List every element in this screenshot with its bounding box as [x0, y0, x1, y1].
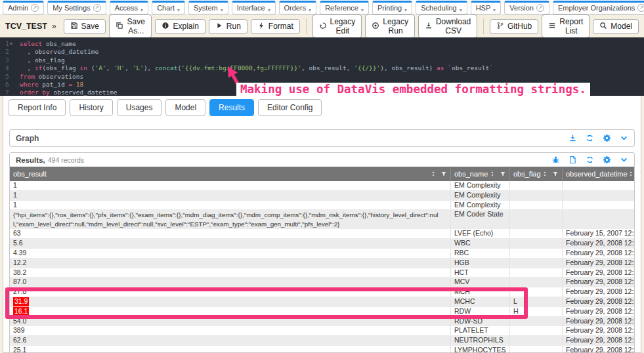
cell-obs-name: PLATELET [450, 326, 509, 335]
column-header-obs-result[interactable]: obs_result [10, 167, 450, 181]
code-line: 1 select obs_name [0, 40, 644, 48]
fold-caret-icon[interactable] [9, 43, 13, 45]
cell-observed-datetime: February 29, 2008 12:58 PM [562, 336, 634, 345]
cell-obs-flag [509, 249, 562, 258]
obs-result-value: 12.2 [13, 259, 26, 266]
sort-icon[interactable] [542, 171, 548, 177]
gear-icon[interactable] [603, 156, 611, 164]
column-header-obs-flag[interactable]: obs_flag [509, 167, 562, 181]
cell-obs-result: 1 [10, 201, 450, 210]
menu-tab-employer-organizations[interactable]: Employer Organizations ↗ [553, 1, 644, 14]
toolbar-button-model[interactable]: Model [593, 19, 639, 34]
menu-tab-label: System [194, 5, 218, 12]
results-record-count: 494 records [48, 156, 84, 164]
tab-report-info[interactable]: Report Info [9, 99, 66, 116]
menu-tab-scheduling[interactable]: Scheduling [416, 1, 467, 14]
obs-result-value: 1 [13, 191, 17, 199]
tab-results[interactable]: Results [209, 99, 254, 116]
menu-tab-my-settings[interactable]: My Settings ↗ [47, 1, 106, 14]
tab-editor-config[interactable]: Editor Config [258, 99, 322, 116]
line-number-gutter: 4 [0, 64, 20, 72]
line-number-gutter: 1 [0, 40, 20, 48]
toolbar-button-save[interactable]: Save [64, 19, 106, 34]
menu-tab-hsp[interactable]: HSP [471, 1, 502, 14]
table-row: 4.39 RBC February 29, 2008 12:58 PM [10, 249, 634, 259]
tab-usages[interactable]: Usages [117, 99, 162, 116]
toolbar-button-legacy-run[interactable]: Legacy Run [365, 14, 415, 38]
menu-tab-interface[interactable]: Interface [232, 1, 276, 14]
sort-icon[interactable] [628, 171, 634, 177]
tab-model[interactable]: Model [165, 99, 205, 116]
results-panel-icons [551, 156, 628, 164]
filter-icon[interactable] [440, 171, 447, 177]
obs-result-value: 27.8 [13, 287, 26, 295]
report-name-expander[interactable]: » [52, 22, 56, 31]
chevron-icon[interactable] [620, 156, 628, 164]
line-number: 6 [5, 81, 9, 88]
toolbar-button-legacy-edit[interactable]: Legacy Edit [312, 14, 362, 38]
menu-tab-label: Printing [377, 5, 402, 12]
bug-icon[interactable] [551, 156, 560, 164]
menu-tab-reference[interactable]: Reference [320, 1, 369, 14]
graph-panel-icons [569, 134, 628, 142]
cell-obs-result: 12.2 [10, 259, 450, 268]
toolbar-button-save-as[interactable]: Save As... [109, 14, 152, 38]
refresh-icon[interactable] [586, 156, 594, 164]
refresh-icon[interactable] [586, 134, 594, 142]
column-header-label: observed_datetime [566, 170, 628, 178]
history-icon [319, 22, 327, 31]
results-content: Graph Results, 494 records [3, 120, 641, 353]
filter-icon[interactable] [638, 171, 641, 177]
sort-icon[interactable] [489, 171, 496, 177]
filter-icon[interactable] [500, 171, 506, 177]
toolbar-button-github[interactable]: GitHub [490, 19, 538, 34]
cell-obs-result: 25.1 [10, 346, 450, 353]
graph-panel-title[interactable]: Graph [16, 134, 39, 143]
cell-observed-datetime [562, 201, 634, 210]
file-icon[interactable] [569, 156, 577, 164]
tab-history[interactable]: History [70, 99, 112, 116]
toolbar-button-report-list[interactable]: Report List [542, 14, 590, 38]
code-line: 4 , if(obs_flag in ('A', 'H', 'L'), conc… [0, 64, 644, 72]
toolbar-button-explain[interactable]: Explain [155, 19, 205, 34]
menu-tab-chart[interactable]: Chart [152, 1, 185, 14]
menu-tab-label: Scheduling [421, 5, 456, 12]
toolbar-button-format[interactable]: Format [251, 19, 300, 34]
line-number-gutter: 3 [0, 56, 20, 64]
cell-obs-flag [509, 326, 562, 335]
cell-obs-result: 389 [10, 326, 450, 335]
obs-result-value: 389 [13, 326, 25, 334]
copy-icon [116, 22, 123, 31]
line-number-gutter: 2 [0, 48, 20, 56]
menu-tab-access[interactable]: Access [110, 1, 148, 14]
dropdown-indicator-icon [493, 9, 496, 12]
cell-observed-datetime [562, 181, 634, 190]
cell-obs-name: EM Complexity [450, 191, 509, 200]
cell-obs-result: 1 [10, 191, 450, 200]
menu-tab-printing[interactable]: Printing [372, 1, 412, 14]
chevron-icon[interactable] [620, 134, 628, 142]
menu-tab-version[interactable]: Version ↗ [504, 1, 549, 14]
table-row: 31.9 MCHC L February 29, 2008 12:58 PM [10, 297, 634, 307]
cell-obs-flag [509, 210, 562, 228]
table-row: 62.6 NEUTROPHILS February 29, 2008 12:58… [10, 336, 634, 346]
download-icon[interactable] [569, 134, 577, 142]
results-panel-title[interactable]: Results, [16, 156, 45, 164]
cell-obs-name: HGB [450, 259, 509, 268]
gear-icon[interactable] [603, 134, 611, 142]
menu-tab-orders[interactable]: Orders [279, 1, 317, 14]
toolbar-button-label: Legacy Edit [330, 17, 356, 35]
dropdown-indicator-icon [268, 9, 270, 12]
column-header-observed-datetime[interactable]: observed_datetime [562, 167, 634, 181]
code-text: , obs_flag [20, 56, 65, 64]
cell-obs-name: EM Complexity [450, 181, 509, 190]
column-header-obs-name[interactable]: obs_name [450, 167, 509, 181]
filter-icon[interactable] [552, 171, 559, 177]
sort-icon[interactable] [430, 171, 437, 177]
table-row: 27.8 MCH February 29, 2008 12:58 PM [10, 287, 634, 297]
obs-result-value: 38.2 [13, 268, 26, 276]
menu-tab-system[interactable]: System [188, 1, 228, 14]
menu-tab-admin[interactable]: Admin ↗ [3, 1, 44, 14]
toolbar-button-run[interactable]: Run [209, 19, 247, 34]
toolbar-button-download-csv[interactable]: Download CSV [418, 14, 477, 38]
